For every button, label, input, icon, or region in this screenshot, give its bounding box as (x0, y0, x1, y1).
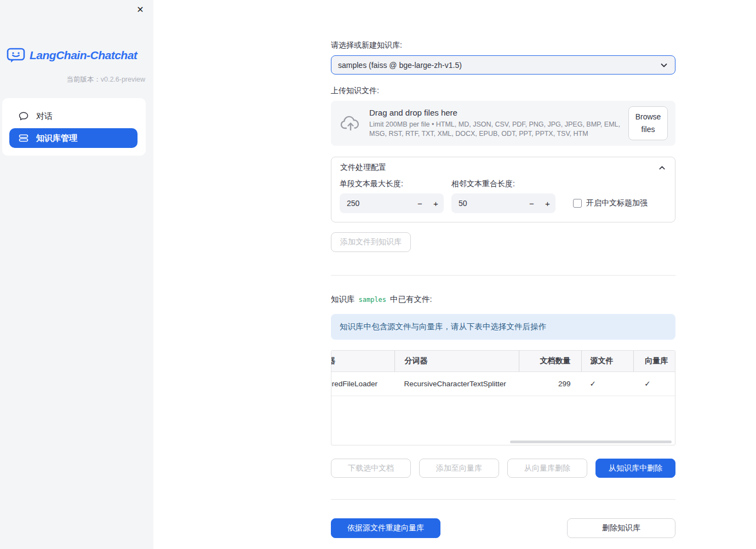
kb-bottom-buttons: 依据源文件重建向量库 删除知识库 (331, 518, 675, 538)
sidebar-item-dialogue[interactable]: 对话 (2, 105, 146, 127)
divider (331, 499, 675, 500)
cell-splitter: RecursiveCharacterTextSplitter (394, 372, 519, 396)
chunk-size-decrement-button[interactable]: − (412, 193, 428, 213)
chunk-size-input[interactable]: 250 − + (340, 193, 444, 213)
zh-title-enhance-label: 开启中文标题加强 (586, 198, 648, 208)
dropzone-instructions: Drag and drop files here Limit 200MB per… (369, 108, 628, 139)
kb-files-suffix: 中已有文件: (390, 295, 432, 304)
column-header-loader[interactable]: 文档加载器 (331, 351, 394, 371)
cell-source-file-check: ✓ (582, 372, 634, 396)
kb-selectbox-value: samples (faiss @ bge-large-zh-v1.5) (338, 61, 660, 70)
app-window: ✕ LangChain-Chatchat 当前版本：v0.2.6-preview (0, 0, 756, 549)
sidebar-item-label: 对话 (36, 111, 53, 122)
checkbox-icon (573, 199, 582, 208)
sidebar-item-knowledge-base[interactable]: 知识库管理 (9, 128, 138, 148)
add-to-vector-store-button[interactable]: 添加至向量库 (419, 459, 499, 478)
delete-from-kb-button[interactable]: 从知识库中删除 (595, 459, 675, 478)
file-config-expander-header[interactable]: 文件处理配置 (331, 157, 675, 178)
brand-logo: LangChain-Chatchat (7, 47, 153, 64)
file-dropzone[interactable]: Drag and drop files here Limit 200MB per… (331, 101, 675, 146)
file-action-buttons: 下载选中文档 添加至向量库 从向量库删除 从知识库中删除 (331, 459, 675, 478)
cell-docs-count: 299 (519, 372, 582, 396)
overlap-size-increment-button[interactable]: + (540, 193, 555, 213)
sidebar: ✕ LangChain-Chatchat 当前版本：v0.2.6-preview (0, 0, 153, 549)
dropzone-limit-text: Limit 200MB per file • HTML, MD, JSON, C… (369, 120, 623, 139)
delete-from-vector-store-button[interactable]: 从向量库删除 (507, 459, 587, 478)
divider (331, 275, 675, 276)
chat-bubble-icon (18, 111, 29, 122)
dropzone-title: Drag and drop files here (369, 108, 623, 117)
chat-smiley-logo-icon (7, 47, 25, 64)
table-row[interactable]: UnstructuredFileLoader RecursiveCharacte… (331, 372, 675, 396)
kb-selectbox[interactable]: samples (faiss @ bge-large-zh-v1.5) (331, 55, 675, 75)
sidebar-menu: 对话 知识库管理 (2, 98, 146, 156)
info-banner: 知识库中包含源文件与向量库，请从下表中选择文件后操作 (331, 314, 675, 340)
chunk-size-value: 250 (347, 199, 412, 208)
kb-files-heading: 知识库samples中已有文件: (331, 294, 675, 305)
overlap-size-label: 相邻文本重合长度: (451, 179, 555, 189)
chevron-down-icon (660, 61, 668, 70)
upload-label: 上传知识文件: (331, 86, 675, 96)
cell-loader: UnstructuredFileLoader (331, 372, 394, 396)
table-header-row: 文档加载器 分词器 文档数量 源文件 向量库 (331, 351, 675, 372)
kb-files-prefix: 知识库 (331, 295, 355, 304)
cell-vector-store-check: ✓ (633, 372, 675, 396)
column-header-source-file[interactable]: 源文件 (581, 351, 633, 371)
chevron-up-icon (658, 164, 666, 172)
zh-title-enhance-checkbox[interactable]: 开启中文标题加强 (573, 198, 648, 208)
rebuild-vector-store-button[interactable]: 依据源文件重建向量库 (331, 518, 440, 538)
file-config-title: 文件处理配置 (340, 163, 386, 173)
version-value: v0.2.6-preview (101, 76, 145, 83)
add-files-to-kb-button[interactable]: 添加文件到知识库 (331, 232, 411, 252)
overlap-size-decrement-button[interactable]: − (524, 193, 540, 213)
column-header-vector-store[interactable]: 向量库 (633, 351, 675, 371)
kb-files-table: 文档加载器 分词器 文档数量 源文件 向量库 UnstructuredFileL… (331, 350, 675, 445)
download-selected-button[interactable]: 下载选中文档 (331, 459, 411, 478)
version-line: 当前版本：v0.2.6-preview (0, 75, 153, 84)
delete-kb-button[interactable]: 删除知识库 (567, 518, 675, 538)
chunk-size-label: 单段文本最大长度: (340, 179, 444, 189)
kb-select-label: 请选择或新建知识库: (331, 41, 675, 50)
sidebar-item-label: 知识库管理 (36, 133, 77, 144)
chunk-size-increment-button[interactable]: + (428, 193, 444, 213)
overlap-size-value: 50 (459, 199, 524, 208)
kb-name-code: samples (359, 296, 387, 304)
overlap-size-input[interactable]: 50 − + (451, 193, 555, 213)
table-horizontal-scrollbar[interactable] (510, 441, 672, 443)
file-config-expander: 文件处理配置 单段文本最大长度: 250 − + (331, 157, 675, 222)
column-header-splitter[interactable]: 分词器 (394, 351, 519, 371)
version-label: 当前版本： (66, 76, 101, 83)
browse-files-button[interactable]: Browse files (628, 106, 668, 140)
brand-title: LangChain-Chatchat (30, 49, 137, 62)
cloud-upload-icon (340, 114, 362, 133)
main-area: 请选择或新建知识库: samples (faiss @ bge-large-zh… (153, 0, 756, 549)
sidebar-close-button[interactable]: ✕ (134, 4, 146, 16)
stacked-list-icon (18, 133, 29, 144)
column-header-docs-count[interactable]: 文档数量 (519, 351, 582, 371)
